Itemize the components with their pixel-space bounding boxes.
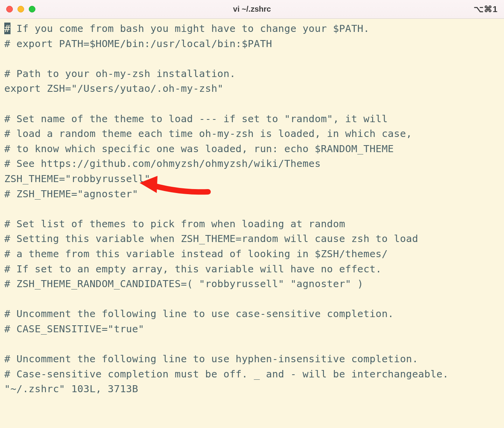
minimize-button[interactable] [18,6,24,12]
editor-line: # Uncomment the following line to use hy… [4,351,500,367]
editor-line: # If you come from bash you might have t… [4,21,500,36]
editor-line: # ZSH_THEME="agnoster" [4,186,500,202]
editor-line: # See https://github.com/ohmyzsh/ohmyzsh… [4,156,500,171]
close-button[interactable] [6,6,13,12]
editor-cursor: # [4,23,10,34]
editor-line: # Path to your oh-my-zsh installation. [4,66,500,81]
editor-line: # Case-sensitive completion must be off.… [4,367,500,382]
window-shortcut: ⌥⌘1 [474,4,498,14]
editor-line: ZSH_THEME="robbyrussell" [4,171,500,186]
editor-line [4,201,500,216]
editor-line: export ZSH="/Users/yutao/.oh-my-zsh" [4,81,500,96]
editor-line [4,96,500,111]
editor-line: # If set to an empty array, this variabl… [4,261,500,277]
editor-line [4,291,500,307]
editor-line: # a theme from this variable instead of … [4,246,500,261]
traffic-lights [6,6,35,12]
editor-line [4,336,500,351]
maximize-button[interactable] [29,6,35,12]
window-title: vi ~/.zshrc [233,5,271,14]
editor-line: # load a random theme each time oh-my-zs… [4,126,500,141]
editor-line: # to know which specific one was loaded,… [4,141,500,156]
editor-line [4,51,500,66]
editor-line: # export PATH=$HOME/bin:/usr/local/bin:$… [4,36,500,51]
editor-line: # Uncomment the following line to use ca… [4,306,500,321]
editor-line: # Set list of themes to pick from when l… [4,216,500,232]
editor-line: # ZSH_THEME_RANDOM_CANDIDATES=( "robbyru… [4,276,500,291]
editor-line: # Setting this variable when ZSH_THEME=r… [4,231,500,246]
editor-line: # Set name of the theme to load --- if s… [4,111,500,126]
editor-line: # CASE_SENSITIVE="true" [4,321,500,337]
editor-viewport[interactable]: # If you come from bash you might have t… [0,19,504,396]
editor-line: "~/.zshrc" 103L, 3713B [4,381,500,396]
window-titlebar: vi ~/.zshrc ⌥⌘1 [0,0,504,19]
